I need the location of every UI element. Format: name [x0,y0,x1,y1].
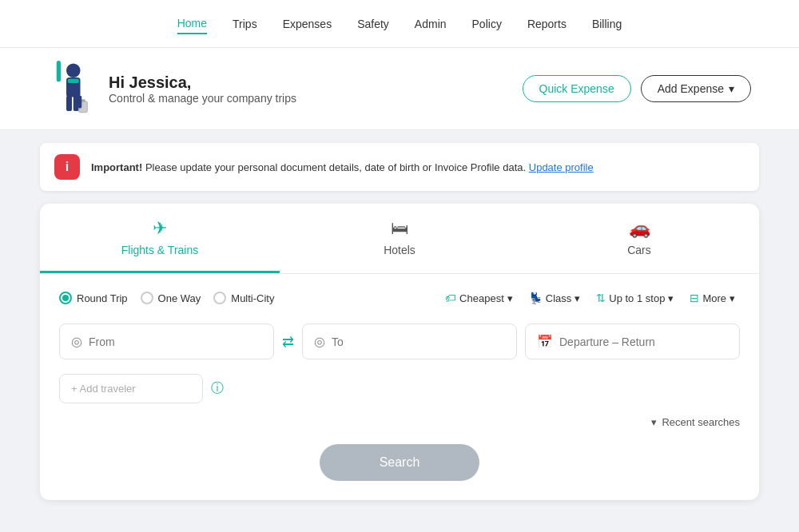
chevron-more-icon: ▾ [729,292,735,304]
seat-icon: 💺 [529,292,543,304]
location-from-icon: ◎ [71,334,82,349]
radio-round-trip[interactable]: Round Trip [59,292,128,304]
hero-subtitle: Control & manage your company trips [109,92,296,105]
update-profile-link[interactable]: Update profile [529,161,594,173]
recent-searches-link[interactable]: ▾ Recent searches [651,416,740,428]
chip-cheapest[interactable]: 🏷 Cheapest ▾ [440,288,518,308]
tag-icon: 🏷 [445,292,456,304]
radio-one-way[interactable]: One Way [141,292,201,304]
filter-chips: 🏷 Cheapest ▾ 💺 Class ▾ ⇅ Up to 1 stop ▾ … [440,288,740,308]
radio-circle-round-trip [59,292,72,304]
trip-type-group: Round Trip One Way Multi-City [59,292,274,304]
radio-circle-one-way [141,292,153,304]
from-input[interactable] [89,335,262,348]
alert-text: Important! Please update your personal d… [91,161,594,173]
tab-cars[interactable]: 🚗 Cars [519,204,759,273]
chevron-recent-icon: ▾ [651,416,657,428]
hero-buttons: Quick Expense Add Expense ▾ [523,75,751,102]
date-field[interactable]: 📅 [525,324,740,359]
hero-section: Hi Jessica, Control & manage your compan… [0,48,799,130]
main-search-card: ✈ Flights & Trains 🛏 Hotels 🚗 Cars Round… [40,204,759,500]
radio-circle-multi-city [213,292,226,304]
add-expense-button[interactable]: Add Expense ▾ [641,75,751,102]
svg-rect-0 [57,61,61,81]
hero-illustration [48,61,96,117]
search-fields: ◎ ⇄ ◎ 📅 [40,316,759,367]
to-field[interactable]: ◎ [302,324,517,359]
nav-safety[interactable]: Safety [357,14,389,34]
filters-row: Round Trip One Way Multi-City 🏷 Cheapest… [40,274,759,316]
info-icon[interactable]: ⓘ [211,380,224,397]
nav-trips[interactable]: Trips [233,14,257,34]
tab-flights-trains-label: Flights & Trains [121,244,198,256]
nav-expenses[interactable]: Expenses [283,14,332,34]
date-input[interactable] [559,335,728,348]
filter-icon: ⊟ [690,292,699,304]
hero-greeting: Hi Jessica, [109,73,296,92]
cars-icon: 🚗 [629,218,650,239]
navbar: Home Trips Expenses Safety Admin Policy … [0,0,799,48]
chip-class[interactable]: 💺 Class ▾ [524,288,586,308]
chip-more[interactable]: ⊟ More ▾ [685,288,740,308]
location-to-icon: ◎ [314,334,325,349]
nav-reports[interactable]: Reports [527,14,566,34]
chevron-stops-icon: ▾ [668,292,674,304]
hotels-icon: 🛏 [391,218,408,239]
recent-searches-label: Recent searches [662,416,740,428]
tab-cars-label: Cars [627,244,651,256]
add-traveler-field[interactable]: + Add traveler [59,374,203,403]
tab-flights-trains[interactable]: ✈ Flights & Trains [40,204,280,273]
svg-rect-3 [66,96,72,111]
alert-bar: i Important! Please update your personal… [40,143,759,191]
chevron-down-icon: ▾ [729,82,734,95]
traveler-row: + Add traveler ⓘ [40,367,759,416]
nav-home[interactable]: Home [177,14,207,34]
nav-policy[interactable]: Policy [472,14,502,34]
from-field[interactable]: ◎ [59,324,274,359]
chevron-cheapest-icon: ▾ [507,292,513,304]
alert-icon: i [54,154,80,180]
swap-icon[interactable]: ⇄ [282,333,294,351]
hero-text: Hi Jessica, Control & manage your compan… [109,73,296,105]
category-tabs: ✈ Flights & Trains 🛏 Hotels 🚗 Cars [40,204,759,274]
quick-expense-button[interactable]: Quick Expense [523,75,631,102]
calendar-icon: 📅 [537,334,553,349]
svg-rect-7 [78,96,81,109]
flights-trains-icon: ✈ [153,218,167,239]
stops-icon: ⇅ [596,292,606,304]
tab-hotels[interactable]: 🛏 Hotels [280,204,519,273]
nav-billing[interactable]: Billing [592,14,622,34]
chip-stops[interactable]: ⇅ Up to 1 stop ▾ [591,288,678,308]
nav-admin[interactable]: Admin [415,14,447,34]
chevron-class-icon: ▾ [574,292,580,304]
svg-rect-8 [68,79,79,83]
svg-point-1 [66,64,81,78]
traveler-placeholder: + Add traveler [71,383,136,395]
radio-multi-city[interactable]: Multi-City [213,292,274,304]
tab-hotels-label: Hotels [384,244,415,256]
svg-rect-4 [74,96,79,111]
search-button[interactable]: Search [320,444,479,481]
to-input[interactable] [332,335,505,348]
radio-inner-round-trip [62,295,69,301]
bottom-bar: ▾ Recent searches [40,416,759,444]
